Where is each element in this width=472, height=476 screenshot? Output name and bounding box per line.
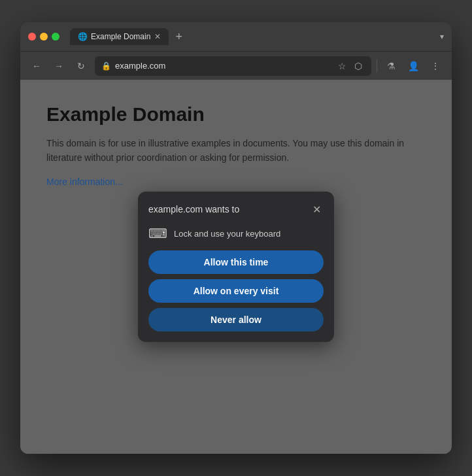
permission-text: Lock and use your keyboard — [174, 229, 280, 239]
dialog-permission: ⌨ Lock and use your keyboard — [148, 226, 324, 241]
minimize-traffic-light[interactable] — [40, 33, 48, 41]
reload-button[interactable]: ↻ — [73, 58, 90, 75]
browser-window: 🌐 Example Domain ✕ + ▾ ← → ↻ 🔒 example.c… — [20, 22, 452, 454]
title-bar: 🌐 Example Domain ✕ + ▾ — [20, 22, 452, 51]
permission-dialog: example.com wants to ✕ ⌨ Lock and use yo… — [138, 192, 334, 342]
address-text: example.com — [115, 61, 331, 71]
back-button[interactable]: ← — [28, 58, 45, 75]
dialog-overlay: example.com wants to ✕ ⌨ Lock and use yo… — [20, 80, 452, 454]
forward-button[interactable]: → — [50, 58, 67, 75]
maximize-traffic-light[interactable] — [52, 33, 59, 41]
nav-divider — [377, 60, 377, 73]
tab-chevron-icon[interactable]: ▾ — [440, 32, 444, 41]
flask-button[interactable]: ⚗ — [382, 58, 399, 75]
page-content: Example Domain This domain is for use in… — [20, 80, 452, 454]
active-tab[interactable]: 🌐 Example Domain ✕ — [70, 28, 169, 45]
bookmark-button[interactable]: ☆ — [335, 60, 349, 73]
traffic-lights — [28, 33, 59, 41]
address-bar[interactable]: 🔒 example.com ☆ ⬡ — [95, 56, 371, 76]
close-traffic-light[interactable] — [28, 33, 36, 41]
allow-this-time-button[interactable]: Allow this time — [148, 250, 324, 274]
menu-button[interactable]: ⋮ — [427, 58, 444, 75]
never-allow-button[interactable]: Never allow — [148, 308, 324, 332]
address-actions: ☆ ⬡ — [335, 60, 365, 73]
dialog-header: example.com wants to ✕ — [148, 202, 324, 216]
dialog-close-button[interactable]: ✕ — [309, 202, 324, 216]
tab-close-button[interactable]: ✕ — [154, 32, 161, 41]
dialog-actions: Allow this time Allow on every visit Nev… — [148, 250, 324, 332]
new-tab-button[interactable]: + — [171, 29, 186, 45]
keyboard-icon: ⌨ — [148, 226, 167, 241]
nav-bar: ← → ↻ 🔒 example.com ☆ ⬡ ⚗ 👤 ⋮ — [20, 51, 452, 80]
tab-title: Example Domain — [91, 32, 150, 41]
account-button[interactable]: 👤 — [405, 58, 422, 75]
extensions-button[interactable]: ⬡ — [352, 60, 365, 73]
tab-area: 🌐 Example Domain ✕ + — [70, 28, 435, 45]
dialog-title: example.com wants to — [148, 204, 239, 214]
tab-favicon-icon: 🌐 — [78, 32, 87, 41]
allow-every-visit-button[interactable]: Allow on every visit — [148, 279, 324, 303]
security-icon: 🔒 — [101, 61, 111, 71]
